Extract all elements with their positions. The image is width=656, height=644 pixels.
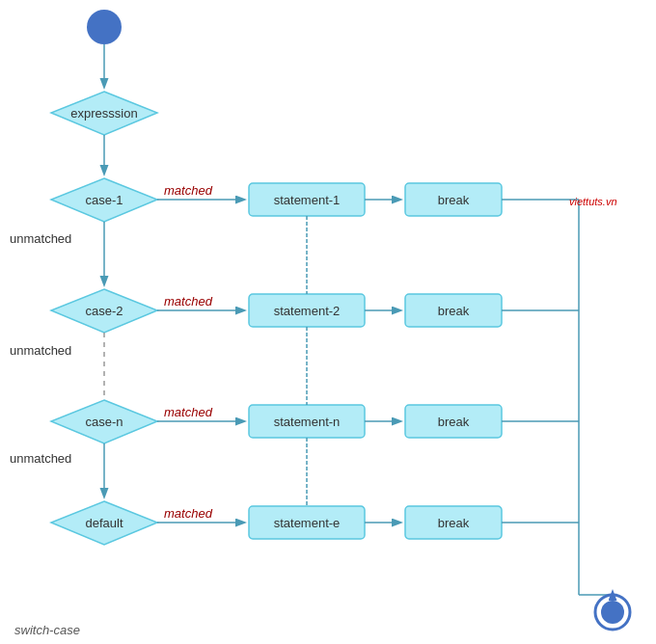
matchedn-label: matched: [164, 405, 213, 419]
break1-text: break: [438, 193, 470, 207]
matchedd-label: matched: [164, 506, 213, 521]
break2-text: break: [438, 304, 470, 318]
default-label: default: [85, 516, 123, 530]
unmatched2-label: unmatched: [10, 343, 71, 358]
matched1-label: matched: [164, 183, 213, 198]
breake-text: break: [438, 516, 470, 530]
end-circle-inner: [601, 601, 624, 624]
expression-label: expresssion: [70, 106, 137, 121]
stmt1-text: statement-1: [274, 193, 341, 207]
start-circle: [87, 10, 122, 44]
stmtn-text: statement-n: [274, 415, 341, 429]
breakn-text: break: [438, 415, 470, 429]
page-label: switch-case: [14, 623, 80, 637]
watermark: viettuts.vn: [569, 196, 617, 207]
unmatched1-label: unmatched: [10, 231, 71, 246]
casen-label: case-n: [85, 415, 123, 429]
case2-label: case-2: [85, 304, 123, 318]
stmte-text: statement-e: [274, 516, 341, 530]
unmatchedn-label: unmatched: [10, 451, 71, 466]
case1-label: case-1: [85, 193, 123, 207]
matched2-label: matched: [164, 294, 213, 309]
stmt2-text: statement-2: [274, 304, 341, 318]
